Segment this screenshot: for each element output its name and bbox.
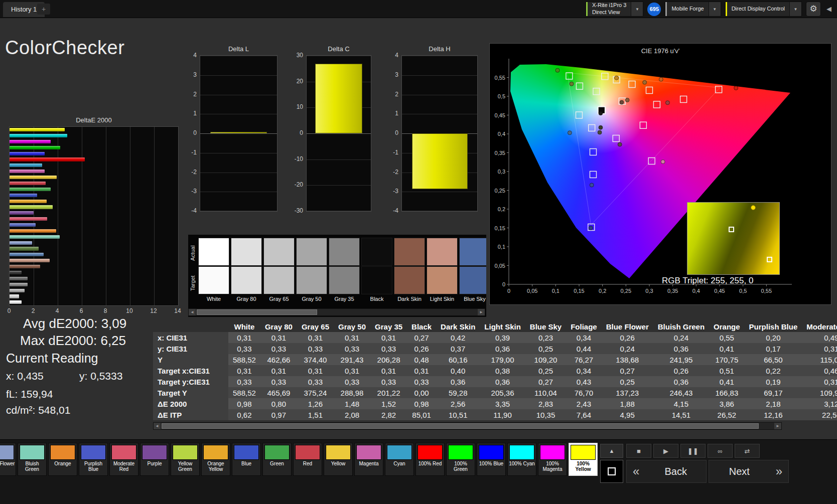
cie-x-tick-label: 0,3 (645, 288, 653, 294)
delta_h-tick-label: -4 (393, 207, 398, 214)
deltae-bar (10, 152, 45, 155)
play-button[interactable]: ▶ (653, 444, 678, 458)
row-header: ΔE 2000 (153, 398, 228, 409)
delta_h-tick-label: 0 (395, 129, 398, 136)
patch-button-moderate-red[interactable]: Moderate Red (109, 443, 138, 476)
scroll-left-icon[interactable]: ◄ (189, 309, 196, 315)
source-selector[interactable]: Mobile Forge ▼ (665, 2, 721, 17)
swatch-scroll-thumb[interactable] (197, 309, 317, 315)
patch-button-bluish-green[interactable]: Bluish Green (18, 443, 47, 476)
delta_l-gridline (200, 114, 277, 114)
cie-measurement-dot (568, 131, 572, 135)
patch-button-100-yellow[interactable]: 100% Yellow (569, 443, 598, 476)
add-tab-button[interactable]: + (37, 4, 50, 15)
delta_l-gridline (200, 192, 277, 192)
meter-selector[interactable]: X-Rite i1Pro 3 Direct View ▼ (586, 2, 643, 17)
continuous-button[interactable]: ∞ (708, 444, 733, 458)
swatch-scrollbar[interactable]: ◄ ► (188, 308, 485, 316)
patch-button-red[interactable]: Red (293, 443, 322, 476)
patch-button-100-green[interactable]: 100% Green (446, 443, 475, 476)
topbar-controls: X-Rite i1Pro 3 Direct View ▼ 695 Mobile … (586, 2, 833, 17)
patch-button-orange-yellow[interactable]: Orange Yellow (201, 443, 230, 476)
patch-color-swatch (142, 445, 167, 460)
delta_h-bar (412, 133, 468, 189)
table-cell: 10,51 (436, 409, 480, 420)
scroll-left-icon[interactable]: ◄ (154, 423, 161, 429)
deltae-bar (10, 241, 32, 245)
delta_c-tick-label: -10 (295, 155, 303, 162)
patch-color-swatch (111, 445, 136, 460)
swap-button[interactable]: ⇄ (735, 444, 760, 458)
column-header: Dark Skin (436, 321, 480, 332)
source-name: Mobile Forge (671, 6, 704, 13)
next-button[interactable]: Next » (709, 460, 789, 483)
table-cell: 0,33 (228, 343, 260, 354)
table-cell: 588,52 (228, 354, 260, 365)
deltae-bar (10, 157, 85, 161)
swatch-label: Gray 65 (263, 296, 295, 303)
pause-button[interactable]: ❚❚ (680, 444, 706, 458)
target-swatch (394, 266, 425, 294)
deltae-bar (10, 188, 51, 191)
patch-button-100-cyan[interactable]: 100% Cyan (507, 443, 536, 476)
back-button[interactable]: « Back (626, 460, 707, 483)
delta_l-tick-label: 0 (193, 129, 197, 136)
table-cell: 0,36 (653, 343, 709, 354)
display-control-dropdown-icon[interactable]: ▼ (789, 2, 801, 16)
cie-target-square (653, 101, 660, 108)
table-cell: 0,97 (260, 409, 297, 420)
scroll-up-button[interactable]: ▲ (600, 444, 623, 458)
table-cell: 0,25 (602, 376, 653, 387)
scroll-right-icon[interactable]: ► (774, 423, 781, 429)
play-icon: ▶ (663, 447, 668, 455)
deltae-bar (10, 235, 60, 239)
gear-icon[interactable]: ⚙ (806, 2, 821, 17)
table-cell: 0,24 (653, 332, 709, 343)
table-scrollbar[interactable]: ◄ ► (153, 422, 782, 430)
table-cell: 14,51 (653, 409, 709, 420)
scroll-right-icon[interactable]: ► (478, 309, 485, 315)
patch-button-yellow[interactable]: Yellow (324, 443, 353, 476)
patch-button-green[interactable]: Green (262, 443, 292, 476)
cie-y-tick-label: 0,55 (495, 75, 505, 81)
deltae2000-chart-title: DeltaE 2000 (9, 116, 179, 125)
table-cell: 1,88 (602, 398, 653, 409)
table-scroll-thumb[interactable] (162, 423, 759, 429)
patch-button-label: Purple (141, 461, 169, 466)
continuous-icon: ∞ (718, 447, 722, 455)
table-cell: 0,19 (745, 376, 802, 387)
patch-button-label: 100% Cyan (508, 461, 536, 466)
source-dropdown-icon[interactable]: ▼ (709, 2, 721, 16)
cie-measurement-dot (599, 125, 603, 129)
deltae-bar (10, 271, 22, 274)
patch-button-100-blue[interactable]: 100% Blue (477, 443, 506, 476)
patch-button-magenta[interactable]: Magenta (354, 443, 383, 476)
cie-target-square (589, 125, 595, 131)
next-chevron-icon: » (776, 464, 782, 478)
deltae-tick-label: 0 (8, 307, 11, 314)
patch-button-100-red[interactable]: 100% Red (415, 443, 445, 476)
delta_l-tick-label: -1 (191, 149, 197, 156)
stop-button[interactable]: ■ (626, 444, 651, 458)
table-row: x: CIE310,310,310,310,310,310,270,420,39… (153, 332, 837, 343)
table-cell: 0,26 (653, 365, 709, 376)
pattern-window-button[interactable] (600, 460, 623, 483)
patch-button-yellow-green[interactable]: Yellow Green (171, 443, 200, 476)
patch-button-label: 100% Red (416, 461, 444, 466)
patch-button-purple[interactable]: Purple (140, 443, 169, 476)
table-cell: 11,90 (480, 409, 525, 420)
cie-zoom-inset (687, 202, 780, 275)
cie-y-tick-label: 0,05 (495, 263, 505, 269)
patch-button-orange[interactable]: Orange (48, 443, 77, 476)
patch-button-100-magenta[interactable]: 100% Magenta (538, 443, 567, 476)
cie-x-tick-label: 0,15 (574, 288, 584, 294)
meter-dropdown-icon[interactable]: ▼ (631, 2, 643, 16)
table-cell: 0,31 (228, 332, 260, 343)
patch-button-blue[interactable]: Blue (232, 443, 261, 476)
patch-button-cyan[interactable]: Cyan (385, 443, 414, 476)
patch-button-purplish-blue[interactable]: Purplish Blue (79, 443, 108, 476)
patch-button-blue-flower[interactable]: Blue Flower (0, 443, 16, 476)
display-control-selector[interactable]: Direct Display Control ▼ (725, 2, 802, 17)
delta_c-gridline (307, 211, 371, 211)
collapse-panel-icon[interactable]: ◀ (825, 2, 833, 17)
